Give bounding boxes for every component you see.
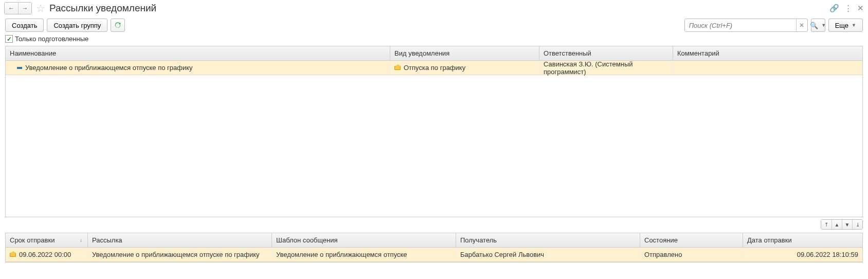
- col-responsible[interactable]: Ответственный: [539, 46, 673, 60]
- pager-strip: ⤒ ▲ ▼ ⤓: [5, 219, 863, 230]
- filter-row: ✓ Только подготовленные: [0, 34, 868, 46]
- mail-icon: [394, 66, 401, 70]
- nav-history-group: ← →: [4, 2, 32, 14]
- col-template[interactable]: Шаблон сообщения: [272, 233, 456, 247]
- col-type[interactable]: Вид уведомления: [390, 46, 539, 60]
- send-date-text: 09.06.2022 00:00: [19, 251, 71, 258]
- notifications-grid: Наименование Вид уведомления Ответственн…: [5, 46, 863, 217]
- details-grid-header: Срок отправки ↓ Рассылка Шаблон сообщени…: [6, 233, 862, 248]
- expand-icon: [17, 67, 22, 69]
- row-name-text: Уведомление о приближающемся отпуске по …: [25, 64, 193, 72]
- link-icon[interactable]: 🔗: [829, 4, 839, 13]
- only-prepared-label: Только подготовленные: [15, 35, 88, 43]
- mail-icon: [10, 253, 16, 257]
- refresh-icon: [114, 22, 121, 29]
- row-type-text: Отпуска по графику: [404, 64, 465, 72]
- col-mailing[interactable]: Рассылка: [88, 233, 272, 247]
- cell-responsible: Савинская З.Ю. (Системный программист): [539, 61, 673, 75]
- col-send-date[interactable]: Срок отправки ↓: [6, 233, 88, 247]
- pager-up[interactable]: ▲: [831, 220, 842, 229]
- cell-send-date: 09.06.2022 00:00: [6, 248, 88, 261]
- refresh-button[interactable]: [111, 19, 125, 32]
- chevron-down-icon: ▼: [821, 23, 826, 28]
- grid-header: Наименование Вид уведомления Ответственн…: [6, 46, 862, 61]
- page-title: Рассылки уведомлений: [49, 3, 156, 14]
- col-name[interactable]: Наименование: [6, 46, 390, 60]
- pager-last[interactable]: ⤓: [852, 220, 862, 229]
- favorite-star-icon[interactable]: ☆: [36, 2, 45, 14]
- cell-date-sent: 09.06.2022 18:10:59: [743, 248, 862, 261]
- window-controls: 🔗 ⋮ ✕: [829, 4, 864, 13]
- cell-type: Отпуска по графику: [390, 61, 539, 75]
- back-button[interactable]: ←: [5, 3, 18, 14]
- chevron-down-icon: ▼: [852, 23, 856, 28]
- table-row[interactable]: 09.06.2022 00:00 Уведомление о приближаю…: [6, 248, 862, 262]
- search-dropdown-button[interactable]: 🔍▼: [811, 19, 825, 32]
- sort-down-icon: ↓: [80, 237, 82, 243]
- search-icon: 🔍: [810, 22, 818, 29]
- titlebar: ← → ☆ Рассылки уведомлений 🔗 ⋮ ✕: [0, 0, 868, 16]
- only-prepared-checkbox[interactable]: ✓: [5, 35, 13, 43]
- table-row[interactable]: Уведомление о приближающемся отпуске по …: [6, 61, 862, 75]
- cell-name: Уведомление о приближающемся отпуске по …: [6, 61, 390, 75]
- cell-comment: [673, 61, 862, 75]
- col-date-sent[interactable]: Дата отправки: [743, 233, 862, 247]
- col-comment[interactable]: Комментарий: [673, 46, 862, 60]
- pager-first[interactable]: ⤒: [821, 220, 831, 229]
- search-input[interactable]: [685, 19, 796, 31]
- toolbar: Создать Создать группу ✕ 🔍▼ Еще▼: [0, 16, 868, 34]
- col-state[interactable]: Состояние: [640, 233, 743, 247]
- toolbar-right: ✕ 🔍▼ Еще▼: [684, 19, 863, 32]
- forward-button[interactable]: →: [18, 3, 31, 14]
- close-icon[interactable]: ✕: [857, 4, 864, 13]
- cell-recipient: Барбатько Сергей Львович: [456, 248, 640, 261]
- details-grid: Срок отправки ↓ Рассылка Шаблон сообщени…: [5, 233, 863, 263]
- search-box: ✕: [684, 19, 808, 32]
- cell-mailing: Уведомление о приближающемся отпуске по …: [88, 248, 272, 261]
- pager-down[interactable]: ▼: [842, 220, 852, 229]
- cell-state: Отправлено: [640, 248, 743, 261]
- grid-empty-area: [6, 75, 862, 217]
- more-label: Еще: [835, 22, 848, 29]
- create-group-button[interactable]: Создать группу: [47, 19, 107, 32]
- pager-group: ⤒ ▲ ▼ ⤓: [821, 219, 863, 230]
- more-button[interactable]: Еще▼: [828, 19, 863, 32]
- search-clear-button[interactable]: ✕: [796, 19, 807, 31]
- create-button[interactable]: Создать: [5, 19, 44, 32]
- cell-template: Уведомление о приближающемся отпуске: [272, 248, 456, 261]
- col-send-date-label: Срок отправки: [10, 236, 55, 244]
- kebab-menu-icon[interactable]: ⋮: [844, 4, 852, 13]
- col-recipient[interactable]: Получатель: [456, 233, 640, 247]
